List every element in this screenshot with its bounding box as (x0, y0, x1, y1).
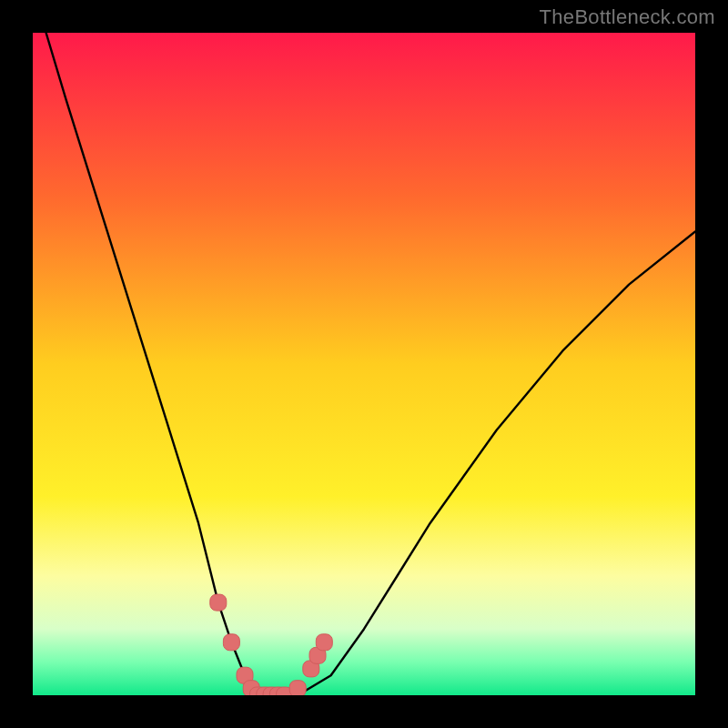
curve-marker (223, 634, 239, 651)
watermark-text: TheBottleneck.com (540, 5, 715, 29)
plot-area (33, 33, 695, 695)
bottleneck-curve (46, 33, 695, 695)
curve-marker (210, 594, 227, 611)
curve-marker (316, 634, 332, 651)
bottleneck-curve-svg (33, 33, 695, 695)
curve-marker (289, 681, 306, 695)
chart-frame: TheBottleneck.com (0, 0, 728, 728)
